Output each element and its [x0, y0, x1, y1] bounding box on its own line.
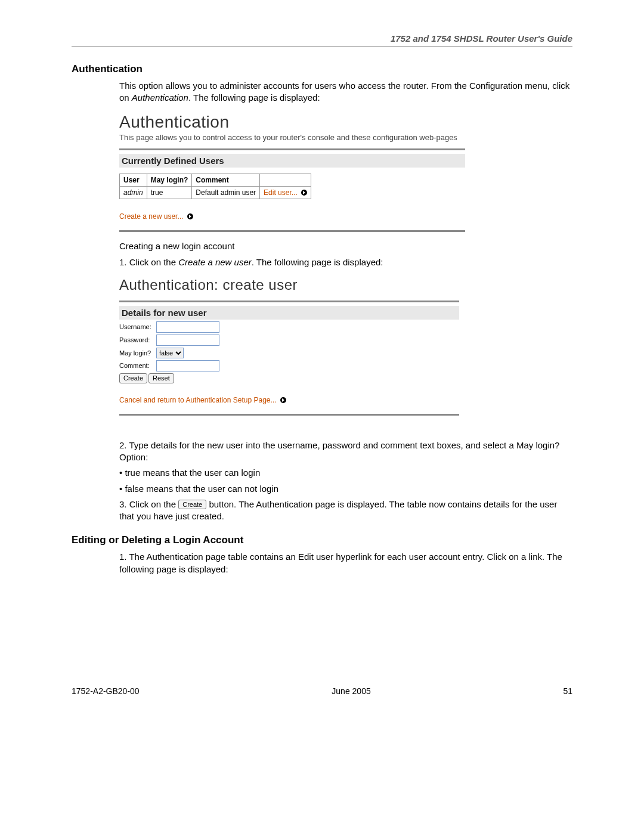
col-action: [260, 174, 311, 187]
bullet-false: • false means that the user can not logi…: [119, 483, 572, 495]
shot1-title: Authentication: [119, 113, 465, 132]
shot1-subtitle: This page allows you to control access t…: [119, 133, 465, 143]
row-password: Password:: [119, 335, 459, 346]
col-user: User: [120, 174, 147, 187]
cancel-return-link[interactable]: Cancel and return to Authentication Setu…: [119, 396, 286, 404]
step-1: 1. Click on the Create a new user. The f…: [119, 256, 572, 268]
panel-details-new-user: Details for new user: [119, 306, 459, 320]
shot2-title: Authentication: create user: [119, 277, 459, 293]
header-rule: [72, 46, 572, 47]
password-input[interactable]: [156, 335, 219, 346]
intro-paragraph: This option allows you to administer acc…: [119, 80, 572, 104]
edit-user-link[interactable]: Edit user...: [264, 188, 307, 197]
create-new-user-link[interactable]: Create a new user...: [119, 212, 193, 221]
table-header-row: User May login? Comment: [120, 174, 311, 187]
inline-create-button: Create: [178, 500, 206, 509]
label-username: Username:: [119, 323, 156, 330]
section-title-authentication: Authentication: [72, 63, 572, 75]
comment-input[interactable]: [156, 360, 219, 371]
cell-comment: Default admin user: [192, 187, 260, 199]
divider: [119, 301, 459, 302]
label-comment: Comment:: [119, 362, 156, 369]
table-row: admin true Default admin user Edit user.…: [120, 187, 311, 199]
cell-may-login: true: [147, 187, 192, 199]
arrow-icon: [301, 190, 307, 196]
bullet-true: • true means that the user can login: [119, 467, 572, 479]
label-may-login: May login?: [119, 349, 156, 357]
row-comment: Comment:: [119, 360, 459, 371]
users-table: User May login? Comment admin true Defau…: [119, 174, 311, 199]
divider: [119, 230, 465, 232]
row-buttons: Create Reset: [119, 373, 459, 383]
screenshot-create-user: Authentication: create user Details for …: [119, 277, 459, 416]
username-input[interactable]: [156, 321, 219, 333]
col-comment: Comment: [192, 174, 260, 187]
page-footer: 1752-A2-GB20-00 June 2005 51: [72, 686, 572, 696]
row-username: Username:: [119, 321, 459, 333]
footer-docid: 1752-A2-GB20-00: [72, 686, 140, 696]
cell-user: admin: [120, 187, 147, 199]
footer-page-number: 51: [563, 686, 572, 696]
col-may-login: May login?: [147, 174, 192, 187]
panel-currently-defined-users: Currently Defined Users: [119, 154, 465, 168]
arrow-icon: [280, 397, 286, 403]
cell-edit: Edit user...: [260, 187, 311, 199]
step-2: 2. Type details for the new user into th…: [119, 439, 572, 464]
step-3: 3. Click on the Create button. The Authe…: [119, 498, 572, 523]
reset-button[interactable]: Reset: [148, 373, 174, 383]
may-login-select[interactable]: false: [156, 348, 184, 358]
label-password: Password:: [119, 336, 156, 343]
arrow-icon: [187, 213, 193, 219]
create-button[interactable]: Create: [119, 373, 147, 383]
creating-account-text: Creating a new login account: [119, 240, 572, 252]
divider: [119, 148, 465, 150]
running-head: 1752 and 1754 SHDSL Router User's Guide: [72, 33, 572, 44]
footer-date: June 2005: [332, 686, 370, 696]
divider: [119, 414, 459, 416]
screenshot-auth-list: Authentication This page allows you to c…: [119, 113, 465, 233]
edit-step-1: 1. The Authentication page table contain…: [119, 551, 572, 575]
section-title-editing: Editing or Deleting a Login Account: [72, 534, 572, 546]
row-may-login: May login? false: [119, 348, 459, 358]
